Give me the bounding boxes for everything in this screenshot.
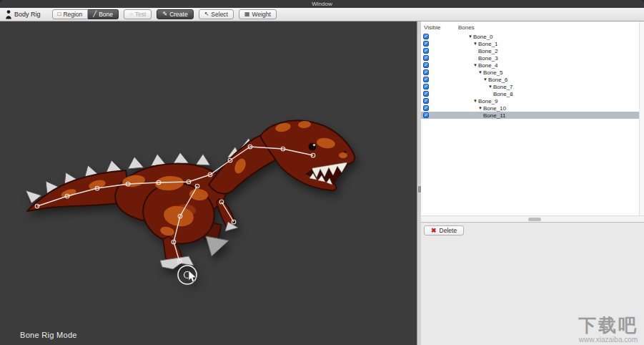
bone-row[interactable]: ✓▼Bone_1 — [421, 40, 644, 47]
bone-icon: ╱ — [93, 11, 96, 17]
bone-row[interactable]: ✓Bone_8 — [421, 90, 644, 97]
bone-name: Bone_10 — [483, 105, 506, 112]
region-button[interactable]: □Region — [52, 9, 89, 19]
select-button[interactable]: ↖Select — [199, 9, 234, 19]
app-window: Window Body Rig □Region╱Bone○Test✎Create… — [0, 0, 644, 345]
expander-icon[interactable]: ▼ — [483, 77, 487, 82]
expander-icon[interactable]: ▼ — [478, 70, 482, 74]
bone-name: Bone_5 — [483, 69, 503, 76]
toolbar-button-label: Bone — [99, 11, 113, 18]
visible-checkbox[interactable]: ✓ — [423, 55, 429, 61]
bone-name: Bone_3 — [478, 55, 498, 62]
dino-nostril — [344, 150, 346, 152]
toolbar-button-label: Select — [211, 11, 228, 18]
app-label-text: Body Rig — [14, 11, 41, 18]
toolbar-button-label: Weight — [252, 11, 271, 18]
bone-name: Bone_4 — [478, 62, 498, 69]
bone-row[interactable]: ✓▼Bone_6 — [421, 76, 644, 83]
visible-checkbox[interactable]: ✓ — [423, 91, 429, 97]
visible-checkbox[interactable]: ✓ — [423, 69, 429, 75]
toolbar: Body Rig □Region╱Bone○Test✎Create↖Select… — [0, 8, 644, 21]
visible-column-header: Visible — [421, 24, 458, 33]
dino-arm — [217, 199, 235, 227]
create-button[interactable]: ✎Create — [157, 9, 193, 19]
visible-checkbox[interactable]: ✓ — [423, 98, 429, 104]
hscroll-thumb[interactable] — [528, 218, 541, 221]
create-icon: ✎ — [162, 11, 167, 17]
expander-icon[interactable]: ▼ — [488, 84, 492, 89]
bone-row[interactable]: ✓▼Bone_0 — [421, 33, 644, 40]
toolbar-button-label: Create — [169, 11, 188, 18]
dino-tail — [27, 170, 130, 211]
bone-row[interactable]: ✓▼Bone_10 — [421, 105, 644, 112]
visible-checkbox[interactable]: ✓ — [423, 41, 429, 47]
visible-checkbox[interactable]: ✓ — [423, 48, 429, 54]
titlebar[interactable]: Window — [0, 0, 644, 8]
app-label: Body Rig — [5, 10, 41, 19]
expander-icon[interactable]: ▼ — [468, 34, 472, 39]
dino-foot — [160, 256, 194, 269]
delete-x-icon: ✖ — [431, 228, 437, 234]
bone-row[interactable]: ✓▼Bone_7 — [421, 83, 644, 90]
test-icon: ○ — [129, 11, 133, 17]
mode-label: Bone Rig Mode — [20, 331, 77, 339]
visible-checkbox[interactable]: ✓ — [423, 77, 429, 82]
expander-icon[interactable]: ▼ — [473, 63, 477, 67]
canvas-viewport[interactable]: Bone Rig Mode — [0, 21, 417, 345]
bones-column-header: Bones — [458, 24, 475, 33]
dino-eye — [309, 143, 317, 151]
bone-row[interactable]: ✓▼Bone_5 — [421, 69, 644, 76]
bone-name: Bone_8 — [493, 91, 513, 97]
expander-icon[interactable]: ▼ — [473, 42, 477, 46]
bone-name: Bone_9 — [478, 98, 498, 105]
list-horizontal-scrollbar[interactable] — [421, 215, 644, 222]
dinosaur-sprite[interactable] — [17, 115, 360, 293]
bone-list-container: Visible Bones ✓▼Bone_0✓▼Bone_1✓Bone_2✓Bo… — [421, 21, 644, 223]
expander-icon[interactable]: ▼ — [478, 106, 482, 110]
visible-checkbox[interactable]: ✓ — [423, 105, 429, 111]
region-icon: □ — [58, 11, 61, 17]
select-icon: ↖ — [204, 11, 209, 17]
visible-checkbox[interactable]: ✓ — [423, 62, 429, 68]
list-header: Visible Bones — [421, 21, 644, 33]
bone-row[interactable]: ✓Bone_3 — [421, 54, 644, 62]
bone-name: Bone_1 — [478, 41, 498, 47]
test-button[interactable]: ○Test — [124, 9, 152, 19]
list-vertical-scrollbar[interactable] — [639, 21, 644, 216]
watermark-title: 下载吧 — [578, 315, 638, 336]
bone-name: Bone_11 — [483, 112, 505, 119]
bone-button[interactable]: ╱Bone — [88, 9, 119, 19]
bone-row[interactable]: ✓▼Bone_9 — [421, 97, 644, 105]
watermark-url: www.xiazaiba.com — [578, 336, 638, 344]
cursor-icon — [178, 266, 197, 284]
delete-button[interactable]: ✖ Delete — [424, 225, 464, 235]
bone-name: Bone_7 — [493, 84, 513, 90]
bones-panel: Visible Bones ✓▼Bone_0✓▼Bone_1✓Bone_2✓Bo… — [421, 21, 644, 345]
watermark: 下载吧 www.xiazaiba.com — [578, 315, 638, 344]
toolbar-button-label: Region — [63, 11, 82, 18]
visible-checkbox[interactable]: ✓ — [423, 34, 429, 39]
delete-button-label: Delete — [440, 227, 457, 234]
bone-name: Bone_6 — [488, 77, 508, 83]
bone-name: Bone_2 — [478, 48, 498, 54]
weight-button[interactable]: ▦Weight — [239, 9, 277, 19]
bone-name: Bone_0 — [473, 34, 493, 40]
bone-row[interactable]: ✓Bone_11 — [421, 112, 644, 119]
bone-list: ✓▼Bone_0✓▼Bone_1✓Bone_2✓Bone_3✓▼Bone_4✓▼… — [421, 33, 644, 119]
bone-row[interactable]: ✓Bone_2 — [421, 47, 644, 54]
expander-icon[interactable]: ▼ — [473, 99, 477, 103]
weight-icon: ▦ — [244, 11, 250, 17]
toolbar-button-label: Test — [135, 11, 147, 18]
toolbar-buttons: □Region╱Bone○Test✎Create↖Select▦Weight — [52, 9, 282, 19]
window-title: Window — [312, 1, 332, 7]
dino-eye-glint — [313, 144, 315, 146]
visible-checkbox[interactable]: ✓ — [423, 112, 429, 118]
visible-checkbox[interactable]: ✓ — [423, 84, 429, 89]
bone-row[interactable]: ✓▼Bone_4 — [421, 62, 644, 69]
body-rig-icon — [5, 10, 12, 19]
